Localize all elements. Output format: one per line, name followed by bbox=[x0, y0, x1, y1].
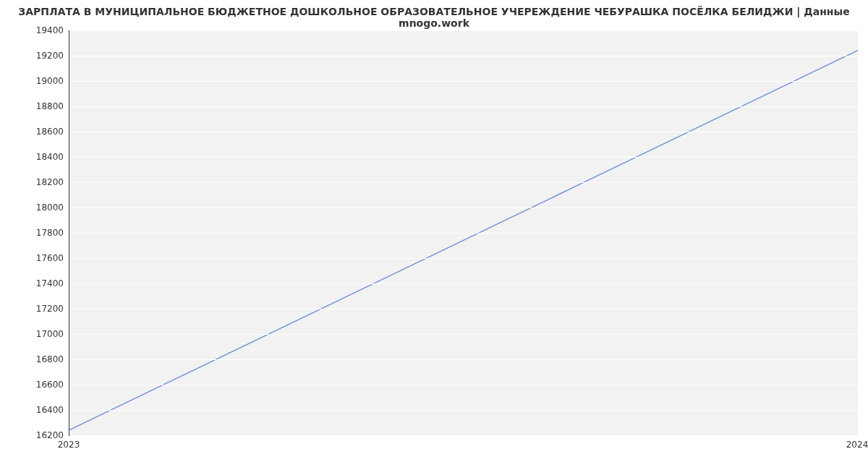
gridline bbox=[69, 132, 858, 132]
gridline bbox=[69, 30, 858, 31]
y-tick-label: 17000 bbox=[20, 329, 64, 339]
y-tick-label: 16600 bbox=[20, 380, 64, 390]
y-tick-label: 16800 bbox=[20, 354, 64, 364]
gridline bbox=[69, 258, 858, 259]
gridline bbox=[69, 359, 858, 360]
gridline bbox=[69, 385, 858, 385]
gridline bbox=[69, 334, 858, 335]
y-tick-label: 16400 bbox=[20, 405, 64, 415]
y-tick-label: 16200 bbox=[20, 430, 64, 440]
gridline bbox=[69, 435, 858, 436]
gridline bbox=[69, 182, 858, 183]
gridline bbox=[69, 410, 858, 411]
plot-area bbox=[69, 30, 858, 436]
gridline bbox=[69, 208, 858, 208]
gridline bbox=[69, 157, 858, 158]
y-tick-label: 18000 bbox=[20, 202, 64, 213]
gridline bbox=[69, 56, 858, 56]
y-tick-label: 18200 bbox=[20, 177, 64, 187]
x-tick-label: 2024 bbox=[846, 440, 868, 450]
gridline bbox=[69, 283, 858, 284]
chart-title: ЗАРПЛАТА В МУНИЦИПАЛЬНОЕ БЮДЖЕТНОЕ ДОШКО… bbox=[0, 6, 868, 29]
chart-container: ЗАРПЛАТА В МУНИЦИПАЛЬНОЕ БЮДЖЕТНОЕ ДОШКО… bbox=[0, 0, 868, 470]
gridline bbox=[69, 233, 858, 234]
gridline bbox=[69, 81, 858, 82]
x-tick-label: 2023 bbox=[58, 440, 80, 450]
y-tick-label: 18600 bbox=[20, 127, 64, 137]
y-tick-label: 17800 bbox=[20, 228, 64, 238]
y-tick-label: 18800 bbox=[20, 101, 64, 111]
gridline bbox=[69, 106, 858, 107]
gridline bbox=[69, 309, 858, 309]
y-tick-label: 18400 bbox=[20, 152, 64, 162]
y-tick-label: 17200 bbox=[20, 304, 64, 314]
y-tick-label: 19200 bbox=[20, 51, 64, 61]
y-tick-label: 17400 bbox=[20, 278, 64, 289]
y-tick-label: 19400 bbox=[20, 25, 64, 35]
y-tick-label: 19000 bbox=[20, 76, 64, 86]
y-tick-label: 17600 bbox=[20, 253, 64, 263]
